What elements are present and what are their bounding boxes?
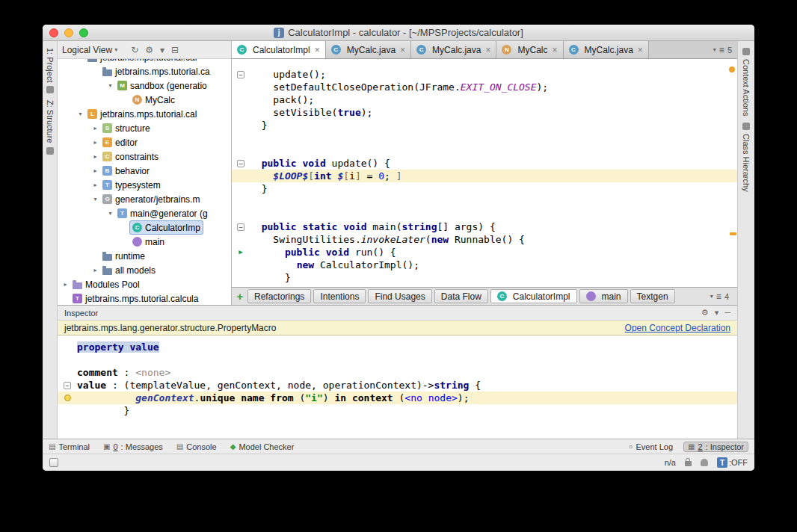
tree-item[interactable]: ▾Tmain@generator (g — [58, 206, 231, 220]
open-concept-declaration-link[interactable]: Open Concept Declaration — [625, 323, 730, 333]
fold-icon[interactable]: − — [237, 71, 244, 78]
editor-tab[interactable]: CMyCalc.java× — [326, 41, 411, 58]
expander-icon[interactable]: ▸ — [61, 281, 70, 288]
code-line[interactable]: } — [232, 182, 737, 195]
editor-bottom-tab[interactable]: CCalculatorImpl — [490, 289, 577, 303]
close-tab-icon[interactable]: × — [315, 45, 320, 55]
code-line[interactable] — [232, 144, 737, 157]
expander-icon[interactable]: ▸ — [90, 139, 100, 146]
typesystem-toggle[interactable]: T :OFF — [717, 457, 748, 468]
expander-icon[interactable]: ▾ — [76, 111, 85, 117]
error-stripe-mark[interactable] — [730, 232, 736, 235]
code-line[interactable]: setDefaultCloseOperation(JFrame.EXIT_ON_… — [232, 81, 737, 93]
code-line[interactable]: ▶ public void run() { — [232, 246, 737, 259]
chevron-down-icon[interactable]: ▾ — [715, 308, 719, 318]
expander-icon[interactable]: ▸ — [90, 125, 100, 132]
tree-item[interactable]: ▸Modules Pool — [58, 277, 231, 291]
settings-icon[interactable]: ⚙ — [145, 45, 153, 55]
code-line[interactable]: } — [232, 119, 737, 132]
tool-window-switcher-icon[interactable] — [49, 458, 58, 467]
expander-icon[interactable]: ▾ — [105, 82, 115, 89]
code-line[interactable]: SwingUtilities.invokeLater(new Runnable(… — [232, 233, 737, 246]
add-icon[interactable]: + — [235, 291, 245, 302]
code-line[interactable]: − public static void main(string[] args)… — [232, 220, 737, 233]
chevron-down-icon[interactable]: ▾ — [160, 45, 164, 55]
inspector-editor[interactable]: property valuecomment : <none>−value : (… — [58, 335, 737, 439]
editor-tab[interactable]: NMyCalc× — [496, 41, 563, 58]
expander-icon[interactable]: ▸ — [90, 153, 100, 160]
close-tab-icon[interactable]: × — [400, 45, 405, 55]
code-line[interactable] — [58, 353, 737, 366]
tree-item[interactable]: NMyCalc — [58, 93, 231, 107]
code-line[interactable]: − update(); — [232, 68, 737, 81]
fold-icon[interactable]: − — [237, 160, 244, 167]
tool-button-structure[interactable]: Z: Structure — [46, 100, 55, 154]
editor-bottom-tab[interactable]: main — [579, 289, 628, 303]
tree-item[interactable]: ▸Ttypesystem — [58, 178, 231, 192]
code-line[interactable]: $LOOP$[int $[i] = 0; ] — [232, 170, 737, 182]
titlebar[interactable]: j CalculatorImpl - calculator - [~/MPSPr… — [43, 25, 754, 41]
tree-item[interactable]: ▾Msandbox (generatio — [58, 78, 231, 93]
tree-item[interactable]: jetbrains.mps.tutorial.ca — [58, 64, 231, 78]
code-editor[interactable]: − update(); setDefaultCloseOperation(JFr… — [232, 59, 737, 287]
editor-bottom-tab[interactable]: Find Usages — [368, 289, 431, 303]
close-tab-icon[interactable]: × — [485, 45, 490, 55]
close-window-button[interactable] — [49, 28, 58, 37]
tree-item[interactable]: ▸Bbehavior — [58, 164, 231, 178]
tree-item[interactable]: CCalculatorImp — [58, 220, 231, 235]
gear-icon[interactable]: ⚙ — [701, 308, 709, 318]
inspection-status-icon[interactable] — [729, 66, 735, 72]
code-line[interactable]: new CalculatorImpl(); — [232, 259, 737, 271]
expander-icon[interactable]: ▸ — [90, 182, 100, 188]
code-line[interactable]: } — [232, 271, 737, 284]
tab-options[interactable]: ▾ ≡ 5 — [708, 41, 737, 58]
tool-button-inspector[interactable]: ▦2: Inspector — [683, 442, 748, 452]
editor-bottom-tab[interactable]: Data Flow — [434, 289, 488, 303]
code-line[interactable]: setVisible(true); — [232, 106, 737, 119]
code-line[interactable] — [232, 132, 737, 144]
editor-tab[interactable]: CMyCalc.java× — [564, 41, 649, 58]
editor-bottom-tab[interactable]: Intentions — [313, 289, 366, 303]
project-tree-scroll[interactable]: ▾jetbrains.mps.tutorial.caljetbrains.mps… — [58, 59, 231, 305]
editor-bottom-tab[interactable]: Refactorings — [247, 289, 311, 303]
tree-item[interactable]: ▸Eeditor — [58, 135, 231, 149]
fold-icon[interactable]: − — [64, 382, 71, 389]
code-line[interactable]: comment : <none> — [58, 366, 737, 379]
tool-button-terminal[interactable]: ▤Terminal — [49, 442, 90, 451]
tree-item[interactable]: ▾Ljetbrains.mps.tutorial.cal — [58, 107, 231, 121]
collapse-all-icon[interactable]: ⊟ — [171, 45, 179, 55]
code-line[interactable]: − public void update() { — [232, 157, 737, 170]
close-tab-icon[interactable]: × — [552, 45, 557, 55]
tree-item[interactable]: main — [58, 235, 231, 249]
expander-icon[interactable]: ▸ — [90, 267, 100, 273]
code-line[interactable]: −value : (templateValue, genContext, nod… — [58, 379, 737, 392]
view-selector[interactable]: Logical View ▾ — [62, 45, 117, 55]
tree-item[interactable]: ▾Ggenerator/jetbrains.m — [58, 192, 231, 206]
minimize-window-button[interactable] — [64, 28, 73, 37]
tree-item[interactable]: Tjetbrains.mps.tutorial.calcula — [58, 291, 231, 305]
tree-item[interactable]: ▸all models — [58, 263, 231, 277]
sync-icon[interactable]: ↻ — [131, 45, 138, 55]
tool-button-context-actions[interactable]: Context Actions — [742, 48, 751, 116]
lock-icon[interactable] — [685, 461, 692, 466]
tool-button-project[interactable]: 1: Project — [46, 48, 55, 93]
tool-button-messages[interactable]: ▣0: Messages — [103, 442, 163, 451]
tree-item[interactable]: ▸Sstructure — [58, 121, 231, 135]
tree-item[interactable]: ▸Cconstraints — [58, 149, 231, 164]
code-line[interactable]: property value — [58, 341, 737, 353]
code-line[interactable] — [232, 208, 737, 220]
expander-icon[interactable]: ▾ — [105, 210, 115, 217]
bottom-tab-options[interactable]: ▾ ≡ 4 — [705, 291, 734, 302]
hector-icon[interactable] — [701, 459, 708, 466]
editor-tab[interactable]: CMyCalc.java× — [411, 41, 496, 58]
editor-tab[interactable]: CCalculatorImpl× — [232, 41, 326, 58]
tool-button-model-checker[interactable]: ◆Model Checker — [230, 442, 295, 451]
intention-bulb-icon[interactable] — [64, 395, 71, 401]
close-tab-icon[interactable]: × — [638, 45, 643, 55]
tree-item[interactable]: ▾jetbrains.mps.tutorial.cal — [58, 59, 231, 64]
hide-icon[interactable]: ─ — [724, 308, 730, 318]
code-line[interactable]: genContext.unique name from ("i") in con… — [58, 392, 737, 404]
expander-icon[interactable]: ▾ — [90, 196, 100, 202]
editor-bottom-tab[interactable]: Textgen — [630, 289, 675, 303]
tree-item[interactable]: runtime — [58, 249, 231, 263]
